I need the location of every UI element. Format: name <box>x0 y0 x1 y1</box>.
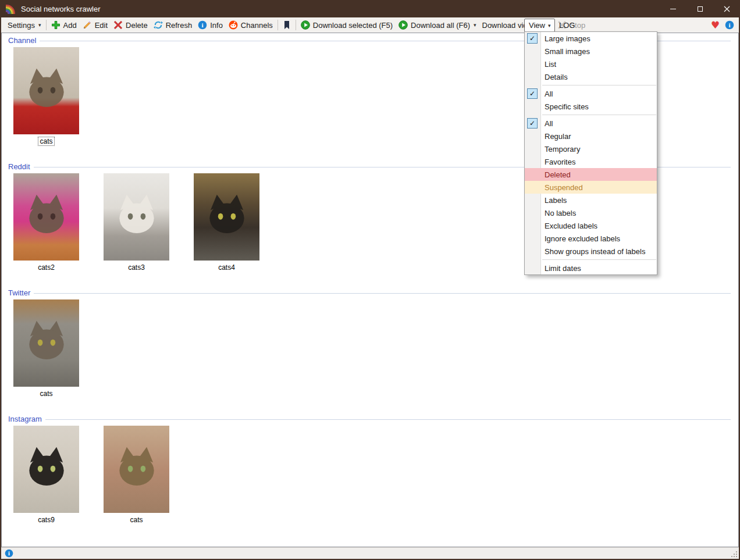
thumbnail-image[interactable] <box>13 299 79 387</box>
thumbnail-caption[interactable]: cats3 <box>104 263 169 272</box>
toolbar-right-group: ♥ i <box>711 17 734 33</box>
refresh-button[interactable]: Refresh <box>151 19 195 31</box>
play-circle-icon <box>399 20 408 30</box>
section-rule <box>34 293 731 294</box>
cat-photo-placeholder <box>24 66 69 111</box>
cat-photo-placeholder <box>24 318 69 363</box>
svg-text:i: i <box>8 550 10 557</box>
thumbnail-image[interactable] <box>104 426 169 513</box>
thumbnail-image[interactable] <box>13 173 79 261</box>
chevron-down-icon: ▾ <box>474 22 476 28</box>
section-rule <box>45 419 731 420</box>
menu-item-regular[interactable]: Regular <box>525 130 657 142</box>
thumbnail-item[interactable]: cats2 <box>13 173 79 272</box>
menu-item-no-labels[interactable]: No labels <box>525 206 657 219</box>
cat-photo-placeholder <box>204 192 250 237</box>
log-button[interactable]: LOG <box>557 17 577 33</box>
menu-item-specific-sites[interactable]: Specific sites <box>525 100 657 113</box>
status-bar: i <box>1 547 739 559</box>
thumbnail-caption[interactable]: cats <box>13 390 79 398</box>
menu-item-list[interactable]: List <box>525 58 657 70</box>
cat-photo-placeholder <box>24 192 69 237</box>
thumbnail-image[interactable] <box>104 173 169 261</box>
checkbox-checked-icon: ✓ <box>527 118 538 129</box>
heart-button[interactable]: ♥ <box>711 20 720 30</box>
thumbnail-item[interactable]: cats <box>13 299 79 398</box>
bookmark-button[interactable] <box>280 19 294 31</box>
info-button-right[interactable]: i <box>725 20 734 30</box>
chevron-down-icon: ▾ <box>548 23 551 28</box>
section-title: Reddit <box>8 162 34 171</box>
section-title: Instagram <box>8 415 45 423</box>
menu-item-all[interactable]: ✓All <box>525 87 657 100</box>
menu-item-temporary[interactable]: Temporary <box>525 142 657 155</box>
checkbox-checked-icon: ✓ <box>527 88 538 99</box>
thumbnail-item[interactable]: cats3 <box>104 173 169 272</box>
delete-x-icon <box>113 20 123 30</box>
section-header: Twitter <box>8 288 731 297</box>
menu-item-excluded-labels[interactable]: Excluded labels <box>525 219 657 232</box>
close-icon <box>724 6 730 12</box>
thumbnail-item[interactable]: cats4 <box>194 173 259 272</box>
add-button[interactable]: Add <box>48 19 80 31</box>
menu-item-labels[interactable]: Labels <box>525 194 657 206</box>
menu-item-favorites[interactable]: Favorites <box>525 155 657 168</box>
edit-pencil-icon <box>83 20 92 30</box>
menu-item-limit-dates[interactable]: Limit dates <box>525 262 657 274</box>
thumbnail-image[interactable] <box>13 47 79 134</box>
edit-button[interactable]: Edit <box>80 19 111 31</box>
close-button[interactable] <box>713 0 740 17</box>
section-instagram: Instagramcats9cats <box>2 414 738 540</box>
thumbnail-caption[interactable]: cats <box>13 137 79 145</box>
menu-item-deleted[interactable]: Deleted <box>525 168 657 181</box>
toolbar: Settings▾ Add Edit Delete <box>1 17 739 33</box>
bookmark-icon <box>283 20 291 30</box>
menu-item-large-images[interactable]: ✓Large images <box>525 32 657 45</box>
window-title: Social networks crawler <box>21 5 101 13</box>
cat-photo-placeholder <box>114 444 159 490</box>
toolbar-separator <box>296 20 296 30</box>
chevron-down-icon: ▾ <box>38 22 41 28</box>
resize-grip[interactable] <box>730 550 738 558</box>
channels-button[interactable]: Channels <box>226 19 276 31</box>
view-menu: ✓Large imagesSmall imagesListDetails✓All… <box>524 31 657 275</box>
minimize-button[interactable] <box>660 0 686 17</box>
refresh-icon <box>154 20 163 30</box>
add-plus-icon <box>51 20 61 30</box>
thumbnail-image[interactable] <box>13 426 79 513</box>
menu-item-show-groups-instead-of-labels[interactable]: Show groups instead of labels <box>525 245 657 258</box>
view-button[interactable]: View▾ <box>524 19 555 32</box>
settings-button[interactable]: Settings▾ <box>5 19 44 31</box>
delete-button[interactable]: Delete <box>111 19 151 31</box>
thumbnail-caption[interactable]: cats2 <box>13 263 79 272</box>
download-all-button[interactable]: Download all (F6)▾ <box>396 19 479 31</box>
menu-separator <box>525 258 657 262</box>
menu-item-suspended[interactable]: Suspended <box>525 181 657 194</box>
title-bar: Social networks crawler <box>0 0 740 17</box>
checkbox-checked-icon: ✓ <box>527 33 538 44</box>
menu-item-details[interactable]: Details <box>525 70 657 83</box>
cat-photo-placeholder <box>24 444 69 490</box>
thumbnail-caption[interactable]: cats4 <box>194 263 259 272</box>
window-controls <box>660 0 740 17</box>
section-header: Instagram <box>8 414 731 423</box>
menu-item-small-images[interactable]: Small images <box>525 45 657 58</box>
maximize-icon <box>698 6 703 12</box>
thumbnail-item[interactable]: cats <box>13 47 79 145</box>
menu-separator <box>525 83 657 87</box>
thumbnail-image[interactable] <box>194 173 259 261</box>
thumbnail-caption[interactable]: cats <box>104 516 169 524</box>
thumbnail-caption[interactable]: cats9 <box>13 516 79 524</box>
info-button[interactable]: i Info <box>195 19 226 31</box>
svg-text:i: i <box>728 22 730 28</box>
app-rainbow-icon <box>6 4 16 14</box>
menu-item-all[interactable]: ✓All <box>525 117 657 130</box>
play-circle-icon <box>301 20 310 30</box>
thumbnail-item[interactable]: cats <box>104 426 169 524</box>
thumbnail-item[interactable]: cats9 <box>13 426 79 524</box>
maximize-button[interactable] <box>686 0 713 17</box>
menu-item-ignore-excluded-labels[interactable]: Ignore excluded labels <box>525 232 657 245</box>
svg-text:i: i <box>202 22 204 28</box>
menu-separator <box>525 113 657 117</box>
download-selected-button[interactable]: Download selected (F5) <box>298 19 396 31</box>
